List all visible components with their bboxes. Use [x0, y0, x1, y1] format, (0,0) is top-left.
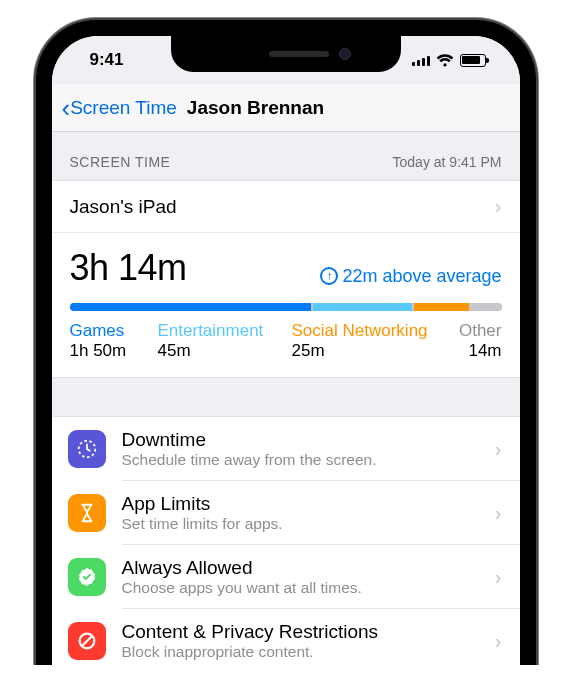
hourglass-icon — [68, 494, 106, 532]
chevron-right-icon: › — [495, 438, 502, 461]
device-row[interactable]: Jason's iPad › — [52, 181, 520, 233]
device-name: Jason's iPad — [70, 196, 177, 218]
battery-icon — [460, 54, 486, 67]
no-entry-icon — [68, 622, 106, 660]
notch — [171, 36, 401, 72]
option-title: App Limits — [122, 493, 479, 515]
chevron-right-icon: › — [495, 566, 502, 589]
back-button[interactable]: Screen Time — [70, 97, 177, 119]
chevron-right-icon: › — [495, 502, 502, 525]
check-badge-icon — [68, 558, 106, 596]
category-other: Other 14m — [458, 321, 502, 361]
option-app-limits[interactable]: App Limits Set time limits for apps. › — [52, 481, 520, 545]
phone-frame: 9:41 ‹ Screen Time Jason Brennan SCREEN … — [36, 20, 536, 665]
up-arrow-icon: ↑ — [320, 267, 338, 285]
category-entertainment: Entertainment 45m — [158, 321, 286, 361]
usage-compare: ↑ 22m above average — [320, 266, 501, 287]
category-row: Games 1h 50m Entertainment 45m Social Ne… — [70, 321, 502, 361]
option-subtitle: Schedule time away from the screen. — [122, 451, 479, 469]
section-label: SCREEN TIME — [70, 154, 171, 170]
option-title: Downtime — [122, 429, 479, 451]
svg-line-2 — [81, 636, 91, 646]
wifi-icon — [436, 51, 454, 69]
signal-icon — [412, 54, 430, 66]
section-header: SCREEN TIME Today at 9:41 PM — [52, 132, 520, 180]
usage-bar-chart — [70, 303, 502, 311]
section-timestamp: Today at 9:41 PM — [393, 154, 502, 170]
category-games: Games 1h 50m — [70, 321, 152, 361]
option-subtitle: Block inappropriate content. — [122, 643, 479, 661]
usage-total: 3h 14m — [70, 247, 187, 289]
usage-body[interactable]: 3h 14m ↑ 22m above average Games 1h 5 — [52, 233, 520, 377]
chevron-right-icon: › — [495, 630, 502, 653]
option-always-allowed[interactable]: Always Allowed Choose apps you want at a… — [52, 545, 520, 609]
page-title: Jason Brennan — [187, 97, 324, 119]
status-time: 9:41 — [80, 50, 124, 70]
options-list: Downtime Schedule time away from the scr… — [52, 416, 520, 665]
option-subtitle: Set time limits for apps. — [122, 515, 479, 533]
option-title: Content & Privacy Restrictions — [122, 621, 479, 643]
option-downtime[interactable]: Downtime Schedule time away from the scr… — [52, 417, 520, 481]
option-subtitle: Choose apps you want at all times. — [122, 579, 479, 597]
back-chevron-icon[interactable]: ‹ — [62, 95, 71, 121]
downtime-icon — [68, 430, 106, 468]
category-social: Social Networking 25m — [292, 321, 452, 361]
option-content-privacy[interactable]: Content & Privacy Restrictions Block ina… — [52, 609, 520, 665]
usage-card: Jason's iPad › 3h 14m ↑ 22m above averag… — [52, 180, 520, 378]
chevron-right-icon: › — [495, 195, 502, 218]
option-title: Always Allowed — [122, 557, 479, 579]
screen: 9:41 ‹ Screen Time Jason Brennan SCREEN … — [52, 36, 520, 665]
nav-bar: ‹ Screen Time Jason Brennan — [52, 84, 520, 132]
